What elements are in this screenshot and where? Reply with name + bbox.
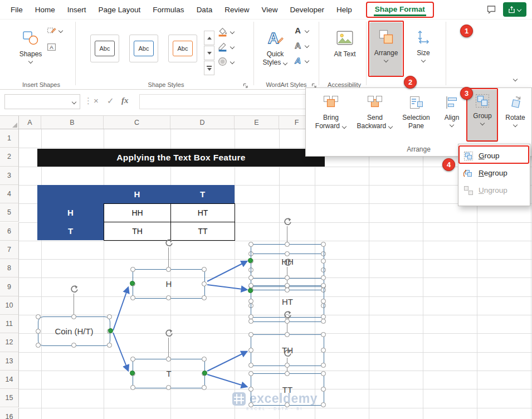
selection-handle[interactable] — [321, 319, 326, 324]
shape-outline-button[interactable] — [217, 41, 235, 52]
selection-handle[interactable] — [202, 357, 207, 362]
selection-handle[interactable] — [321, 348, 326, 353]
collapse-ribbon-icon[interactable] — [513, 77, 518, 81]
selection-handle[interactable] — [248, 314, 253, 319]
row-header-13[interactable]: 13 — [0, 352, 19, 371]
selection-handle[interactable] — [130, 357, 135, 362]
selection-handle[interactable] — [202, 267, 207, 272]
bring-forward-button[interactable]: Bring Forward — [314, 91, 348, 145]
row-header-1[interactable]: 1 — [0, 129, 19, 148]
selection-handle[interactable] — [248, 348, 253, 353]
selection-handle[interactable] — [248, 242, 253, 247]
rotate-handle-icon[interactable] — [283, 217, 292, 226]
menu-file[interactable]: File — [4, 0, 29, 20]
selection-handle[interactable] — [130, 295, 135, 300]
selection-handle[interactable] — [321, 259, 326, 264]
column-header-C[interactable]: C — [104, 116, 170, 129]
size-button[interactable]: Size — [407, 22, 440, 76]
text-box-button[interactable]: A — [47, 42, 56, 52]
selection-handle[interactable] — [166, 385, 171, 390]
row-header-16[interactable]: 16 — [0, 408, 19, 419]
connection-point[interactable] — [130, 371, 135, 376]
shapes-button[interactable]: Shapes — [14, 23, 47, 64]
column-header-E[interactable]: E — [235, 116, 279, 129]
styles-scroll-up-button[interactable] — [204, 31, 214, 45]
menu-item-group[interactable]: Group — [458, 147, 530, 164]
selection-handle[interactable] — [285, 332, 290, 337]
arrange-button[interactable]: Arrange — [370, 22, 402, 76]
text-outline-button[interactable]: A — [293, 41, 309, 50]
shape-t[interactable]: T — [133, 359, 205, 388]
comment-icon[interactable] — [486, 4, 496, 14]
row-header-14[interactable]: 14 — [0, 371, 19, 389]
name-box[interactable] — [4, 94, 80, 109]
alt-text-button[interactable]: Alt Text — [328, 23, 362, 59]
rotate-handle-icon[interactable] — [283, 310, 292, 319]
menu-view[interactable]: View — [255, 0, 284, 20]
selection-handle[interactable] — [248, 319, 253, 324]
column-header-A[interactable]: A — [19, 116, 41, 129]
shape-tt[interactable]: TT — [251, 373, 324, 406]
selection-handle[interactable] — [166, 357, 171, 362]
row-header-4[interactable]: 4 — [0, 185, 19, 203]
row-header-8[interactable]: 8 — [0, 259, 19, 277]
shape-coin[interactable]: Coin (H/T) — [38, 316, 110, 346]
table-cell-ht[interactable]: HT — [170, 203, 235, 222]
shape-style-preview-3[interactable]: Abc — [168, 35, 197, 62]
selection-handle[interactable] — [166, 295, 171, 300]
text-fill-button[interactable]: A — [293, 26, 309, 35]
selection-handle[interactable] — [285, 402, 290, 407]
row-header-6[interactable]: 6 — [0, 222, 19, 241]
table-cell-tt[interactable]: TT — [170, 222, 235, 241]
row-header-5[interactable]: 5 — [0, 203, 19, 222]
selection-handle[interactable] — [248, 299, 253, 304]
selection-handle[interactable] — [107, 314, 112, 319]
connection-point[interactable] — [248, 288, 253, 293]
selection-handle[interactable] — [202, 385, 207, 390]
rotate-button[interactable]: Rotate — [501, 91, 530, 145]
row-header-9[interactable]: 9 — [0, 277, 19, 296]
row-header-15[interactable]: 15 — [0, 389, 19, 407]
selection-handle[interactable] — [321, 242, 326, 247]
selection-pane-button[interactable]: Selection Pane — [398, 91, 434, 145]
connection-point[interactable] — [130, 281, 135, 286]
send-backward-button[interactable]: Send Backward — [356, 91, 394, 145]
selection-handle[interactable] — [248, 387, 253, 392]
menu-formulas[interactable]: Formulas — [147, 0, 190, 20]
selection-handle[interactable] — [321, 299, 326, 304]
insert-function-icon[interactable]: fx — [121, 96, 129, 105]
rotate-handle-icon[interactable] — [283, 349, 292, 358]
selection-handle[interactable] — [285, 283, 290, 288]
table-corner-cell[interactable] — [37, 185, 104, 203]
shape-style-preview-2[interactable]: Abc — [129, 35, 158, 62]
select-all-corner[interactable] — [0, 116, 19, 129]
styles-scroll-down-button[interactable] — [204, 46, 214, 60]
selection-handle[interactable] — [285, 242, 290, 247]
selection-handle[interactable] — [248, 371, 253, 376]
shape-fill-button[interactable] — [217, 26, 235, 37]
selection-handle[interactable] — [321, 332, 326, 337]
selection-handle[interactable] — [321, 363, 326, 368]
menu-home[interactable]: Home — [29, 0, 61, 20]
selection-handle[interactable] — [107, 343, 112, 348]
row-header-2[interactable]: 2 — [0, 148, 19, 166]
selection-handle[interactable] — [166, 267, 171, 272]
selection-handle[interactable] — [248, 283, 253, 288]
selection-handle[interactable] — [321, 275, 326, 280]
table-cell-hh[interactable]: HH — [104, 203, 171, 222]
selection-handle[interactable] — [248, 363, 253, 368]
table-row-header-t[interactable]: T — [37, 222, 104, 240]
group-button[interactable]: Group — [467, 90, 497, 142]
selection-handle[interactable] — [321, 371, 326, 376]
rotate-handle-icon[interactable] — [164, 238, 173, 247]
rotate-handle-icon[interactable] — [283, 258, 292, 267]
menu-data[interactable]: Data — [191, 0, 219, 20]
rotate-handle-icon[interactable] — [70, 285, 79, 294]
shape-h[interactable]: H — [133, 269, 205, 299]
table-col-header-h[interactable]: H — [104, 185, 170, 203]
rotate-handle-icon[interactable] — [164, 329, 173, 338]
menu-page-layout[interactable]: Page Layout — [92, 0, 147, 20]
table-row-header-h[interactable]: H — [37, 203, 104, 222]
table-cell-th[interactable]: TH — [104, 222, 171, 241]
banner-title[interactable]: Applying the Text Box Feature — [37, 149, 325, 167]
